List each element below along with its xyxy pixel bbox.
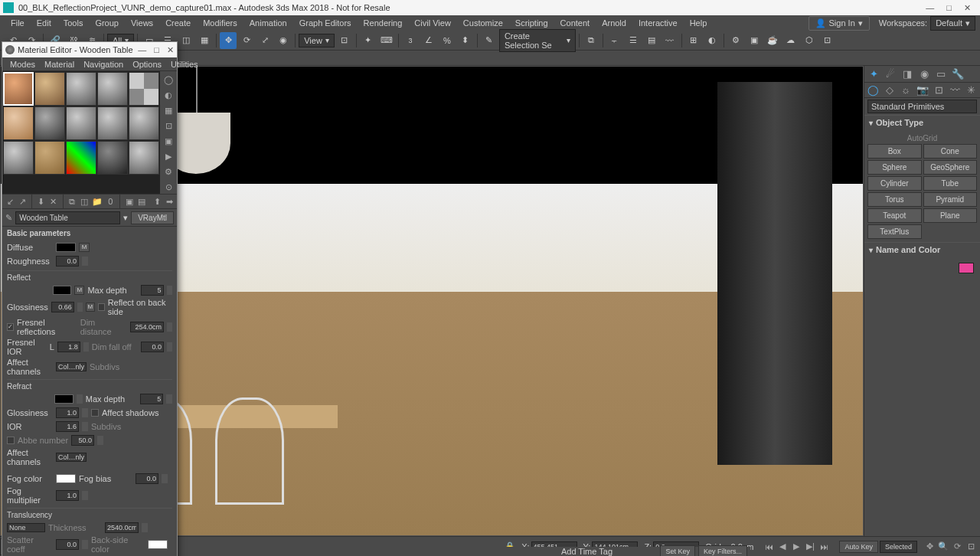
chevron-down-icon[interactable]: ▾ [123, 213, 128, 223]
geosphere-button[interactable]: GeoSphere [923, 160, 978, 175]
options-icon[interactable]: ⚙ [162, 165, 175, 178]
nav-orbit-icon[interactable]: ⟳ [951, 541, 963, 553]
render-icon[interactable]: ☕ [764, 32, 781, 49]
pyramid-button[interactable]: Pyramid [923, 192, 978, 207]
get-material-icon[interactable]: ↙ [5, 195, 15, 208]
material-swatch[interactable] [129, 72, 159, 106]
nav-zoom-icon[interactable]: 🔍 [937, 541, 949, 553]
reflect-color[interactable] [53, 286, 71, 295]
close-icon[interactable]: ✕ [964, 3, 971, 13]
spinner[interactable] [167, 286, 172, 295]
utilities-tab-icon[interactable]: 🔧 [952, 68, 964, 80]
glossiness-input[interactable] [51, 302, 74, 312]
align-icon[interactable]: ⫟ [606, 32, 623, 49]
sphere-button[interactable]: Sphere [867, 160, 922, 175]
workspaces-dropdown[interactable]: Default▾ [930, 16, 975, 31]
spinner[interactable] [83, 342, 89, 352]
material-swatch[interactable] [34, 106, 65, 140]
diffuse-map-btn[interactable]: M [79, 243, 90, 252]
edit-selset-icon[interactable]: ✎ [481, 32, 498, 49]
reflect-map-btn[interactable]: M [74, 286, 84, 295]
material-swatch[interactable] [66, 72, 96, 106]
spinner[interactable] [82, 540, 88, 549]
nav-pan-icon[interactable]: ✥ [923, 541, 936, 553]
menu-create[interactable]: Create [159, 17, 197, 29]
window-crossing-icon[interactable]: ▦ [196, 32, 213, 49]
menu-interactive[interactable]: Interactive [632, 17, 684, 29]
fresnel-chk[interactable] [7, 323, 14, 331]
lights-icon[interactable]: ☼ [900, 84, 911, 96]
modify-tab-icon[interactable]: ☄ [884, 68, 897, 80]
keymode-dropdown[interactable]: Selected [880, 541, 917, 553]
setkey-button[interactable]: Set Key [660, 545, 695, 556]
spinner[interactable] [166, 394, 172, 404]
box-button[interactable]: Box [867, 144, 922, 159]
primitives-dropdown[interactable]: Standard Primitives [867, 100, 977, 113]
diffuse-color[interactable] [56, 243, 76, 252]
schematic-icon[interactable]: ⊞ [685, 32, 702, 49]
cameras-icon[interactable]: 📷 [916, 84, 929, 96]
make-unique-icon[interactable]: ◫ [80, 195, 89, 208]
menu-group[interactable]: Group [89, 17, 125, 29]
refract-color[interactable] [54, 394, 74, 404]
rotate-icon[interactable]: ⟳ [238, 32, 255, 49]
next-frame-icon[interactable]: ▶| [804, 541, 816, 553]
material-swatch[interactable] [3, 106, 34, 140]
backlight-icon[interactable]: ◐ [162, 88, 175, 102]
go-parent-icon[interactable]: ⬆ [152, 195, 162, 208]
menu-content[interactable]: Content [554, 17, 596, 29]
refract-gloss-input[interactable] [56, 407, 79, 418]
teapot-button[interactable]: Teapot [867, 208, 922, 223]
refract-affect-ch-dropdown[interactable]: Col…nly [56, 453, 87, 462]
selection-set-dropdown[interactable]: Create Selection Se ▾ [499, 29, 576, 52]
mirror-icon[interactable]: ⧉ [583, 32, 599, 49]
gloss-map-btn[interactable]: M [86, 303, 95, 312]
pick-material-icon[interactable]: ✎ [5, 211, 12, 224]
select-by-mat-icon[interactable]: ⊙ [162, 180, 175, 194]
fog-mult-input[interactable] [56, 490, 79, 501]
preview-icon[interactable]: ▶ [162, 149, 175, 163]
make-copy-icon[interactable]: ⧉ [67, 195, 77, 208]
ior-input[interactable] [56, 421, 79, 432]
nav-max-icon[interactable]: ⊡ [965, 541, 977, 553]
menu-rendering[interactable]: Rendering [358, 17, 409, 29]
render-setup-icon[interactable]: ⚙ [727, 32, 744, 49]
scale-icon[interactable]: ⤢ [256, 32, 273, 49]
reset-icon[interactable]: ✕ [49, 195, 58, 208]
curve-editor-icon[interactable]: 〰 [662, 32, 678, 49]
percent-snap-icon[interactable]: % [439, 32, 456, 49]
signin-button[interactable]: 👤 Sign In ▾ [808, 16, 870, 31]
show-result-icon[interactable]: ▤ [137, 195, 146, 208]
material-swatch[interactable] [66, 141, 96, 175]
menu-file[interactable]: File [5, 17, 31, 29]
translucency-dropdown[interactable]: None [7, 523, 45, 532]
hierarchy-tab-icon[interactable]: ◨ [901, 68, 913, 80]
spinner[interactable] [142, 523, 148, 532]
fog-bias-input[interactable] [136, 473, 158, 484]
sample-type-icon[interactable]: ◯ [162, 73, 175, 87]
material-swatch[interactable] [129, 141, 159, 175]
put-lib-icon[interactable]: 📁 [92, 195, 103, 208]
manipulate-icon[interactable]: ✦ [360, 32, 377, 49]
scatter-input[interactable] [56, 539, 79, 550]
maxdepth-input[interactable] [141, 285, 164, 296]
mat-menu-options[interactable]: Options [128, 58, 166, 70]
show-map-icon[interactable]: ▣ [125, 195, 134, 208]
systems-icon[interactable]: ✳ [965, 84, 977, 96]
maximize-icon[interactable]: □ [154, 45, 159, 55]
goto-end-icon[interactable]: ⏭ [818, 541, 830, 553]
spacewarps-icon[interactable]: 〰 [949, 84, 961, 96]
dim-falloff-input[interactable] [141, 342, 164, 352]
material-swatch[interactable] [3, 141, 34, 175]
spinner[interactable] [82, 257, 88, 266]
cylinder-button[interactable]: Cylinder [867, 176, 922, 191]
menu-views[interactable]: Views [125, 17, 159, 29]
material-id-icon[interactable]: 0 [106, 195, 115, 208]
material-swatch[interactable] [129, 106, 159, 140]
basic-params-rollout[interactable]: Basic parameters [2, 227, 177, 240]
menu-animation[interactable]: Animation [243, 17, 293, 29]
helpers-icon[interactable]: ⊡ [933, 84, 945, 96]
background-icon[interactable]: ▦ [162, 103, 175, 117]
menu-help[interactable]: Help [684, 17, 714, 29]
toggle-ribbon-icon[interactable]: ▤ [643, 32, 660, 49]
